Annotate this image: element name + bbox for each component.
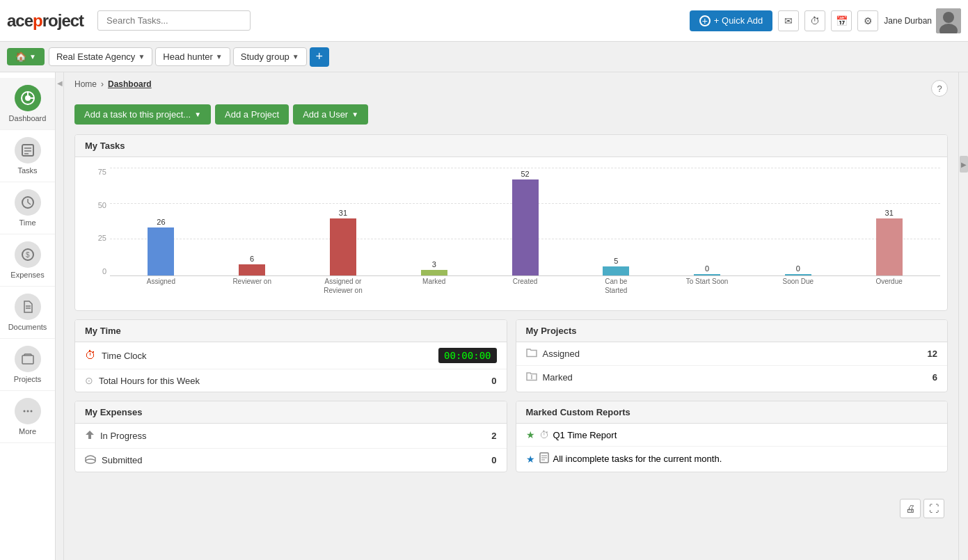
mail-button[interactable]: ✉ [778,10,799,31]
in-progress-icon [85,429,95,442]
bar-assigned: 26 [117,218,205,275]
x-label-assigned: Assigned [117,277,205,286]
projects-marked-label-cell: Marked [526,371,933,383]
svg-point-20 [26,410,29,413]
my-expenses-title: My Expenses [85,407,142,417]
projects-marked-value: 6 [933,372,937,383]
x-label-to-start: To Start Soon [663,277,752,286]
my-tasks-panel: My Tasks 75 50 25 0 [74,134,948,311]
bar-soon-due: 0 [754,264,842,275]
add-tab-button[interactable]: + [310,47,329,67]
bar-assigned-reviewer: 31 [299,209,388,275]
hours-label: Total Hours for this Week [99,376,200,386]
tab-real-estate-chevron-icon: ▼ [138,53,145,61]
timer-icon: ⏱ [810,15,820,26]
clock-icon: ⏱ [539,429,549,440]
time-clock-icon: ⏱ [85,349,96,362]
calendar-button[interactable]: 📅 [831,10,852,31]
svg-text:$: $ [26,251,30,259]
right-handle-indicator: ▶ [960,156,968,173]
sidebar-item-tasks-label: Tasks [17,166,37,175]
tab-study-group[interactable]: Study group ▼ [233,47,307,66]
home-button[interactable]: 🏠 ▼ [7,48,45,65]
projects-assigned-row[interactable]: Assigned 12 [516,342,948,366]
tab-head-hunter-chevron-icon: ▼ [216,53,223,61]
expand-button[interactable]: ⛶ [923,499,944,518]
bar-can-start-body [603,266,629,275]
expenses-reports-row: My Expenses In Progress 2 [74,401,948,481]
sidebar-item-time-label: Time [19,218,35,227]
expenses-submitted-row[interactable]: Submitted 0 [75,449,507,472]
my-expenses-header: My Expenses [75,401,507,424]
expenses-in-progress-row[interactable]: In Progress 2 [75,424,507,449]
bar-overdue-body [876,218,903,275]
avatar [936,8,961,33]
projects-marked-row[interactable]: Marked 6 [516,366,948,389]
sidebar-item-expenses-label: Expenses [10,271,44,279]
bar-reviewer: 6 [208,255,296,275]
marked-reports-header: Marked Custom Reports [516,401,948,424]
doc-icon [539,452,549,465]
bar-can-start: 5 [572,257,660,275]
my-projects-panel: My Projects Assigned 12 [516,319,949,392]
bar-reviewer-value: 6 [250,255,254,263]
tab-head-hunter[interactable]: Head hunter ▼ [155,47,230,66]
add-user-button[interactable]: Add a User ▼ [293,104,368,125]
tasks-icon [15,137,41,163]
logo-p: p [33,11,42,30]
svg-point-23 [86,459,95,463]
calendar-icon: 📅 [836,15,848,26]
sidebar-item-documents[interactable]: Documents [0,287,55,339]
home-icon: 🏠 [15,51,26,62]
right-collapse-handle[interactable]: ▶ [958,72,968,560]
folder-mark-icon [526,371,537,383]
report-row-1[interactable]: ★ ⏱ Q1 Time Report [516,424,948,447]
bar-to-start: 0 [663,264,752,275]
left-collapse-handle[interactable]: ◀ [56,72,64,560]
submitted-icon [85,454,96,466]
bar-reviewer-body [239,264,265,275]
expenses-icon: $ [15,241,41,268]
my-expenses-panel: My Expenses In Progress 2 [74,401,507,472]
logo-text: aceproject [7,11,84,31]
report-row-2[interactable]: ★ All incomplete tasks for the current m… [516,447,948,471]
bar-overdue: 31 [845,209,933,275]
action-buttons: Add a task to this project... ▼ Add a Pr… [74,104,948,125]
sidebar-item-dashboard[interactable]: Dashboard [0,78,55,130]
sidebar-item-expenses[interactable]: $ Expenses [0,234,55,287]
tab-real-estate-label: Real Estate Agency [56,51,135,62]
breadcrumb-separator: › [101,79,104,89]
add-task-chevron-icon: ▼ [194,111,201,118]
time-clock-row: ⏱ Time Clock 00:00:00 [75,342,507,369]
marked-reports-body: ★ ⏱ Q1 Time Report ★ All incomplete task… [516,424,948,471]
search-input[interactable] [97,10,251,31]
sidebar-item-more[interactable]: More [0,391,55,443]
expenses-in-progress-value: 2 [491,431,496,441]
add-task-label: Add a task to this project... [84,109,191,120]
print-button[interactable]: 🖨 [900,499,921,518]
y-label-0: 0 [82,267,106,275]
time-clock-label-cell: ⏱ Time Clock [85,349,438,362]
add-task-button[interactable]: Add a task to this project... ▼ [74,104,211,125]
settings-button[interactable]: ⚙ [857,10,878,31]
expenses-submitted-label: Submitted [102,455,143,465]
main-layout: Dashboard Tasks Time $ Expenses Document… [0,72,968,560]
top-header: aceproject + + Quick Add ✉ ⏱ 📅 ⚙ Jane Du… [0,0,968,42]
logo-ace: ace [7,11,33,30]
timer-button[interactable]: ⏱ [804,10,825,31]
sidebar-item-projects[interactable]: Projects [0,339,55,391]
y-label-75: 75 [82,168,106,176]
my-tasks-title: My Tasks [85,141,125,151]
quick-add-button[interactable]: + + Quick Add [690,10,772,31]
add-project-button[interactable]: Add a Project [215,104,289,125]
sidebar-item-tasks[interactable]: Tasks [0,130,55,182]
star-green-icon: ★ [526,429,535,440]
tab-real-estate[interactable]: Real Estate Agency ▼ [49,47,152,66]
breadcrumb-home[interactable]: Home [74,79,97,89]
projects-icon [15,346,41,372]
logo: aceproject [7,11,84,31]
help-button[interactable]: ? [931,80,948,97]
bar-overdue-value: 31 [885,209,894,217]
sidebar-item-time[interactable]: Time [0,182,55,234]
svg-rect-18 [22,355,33,364]
